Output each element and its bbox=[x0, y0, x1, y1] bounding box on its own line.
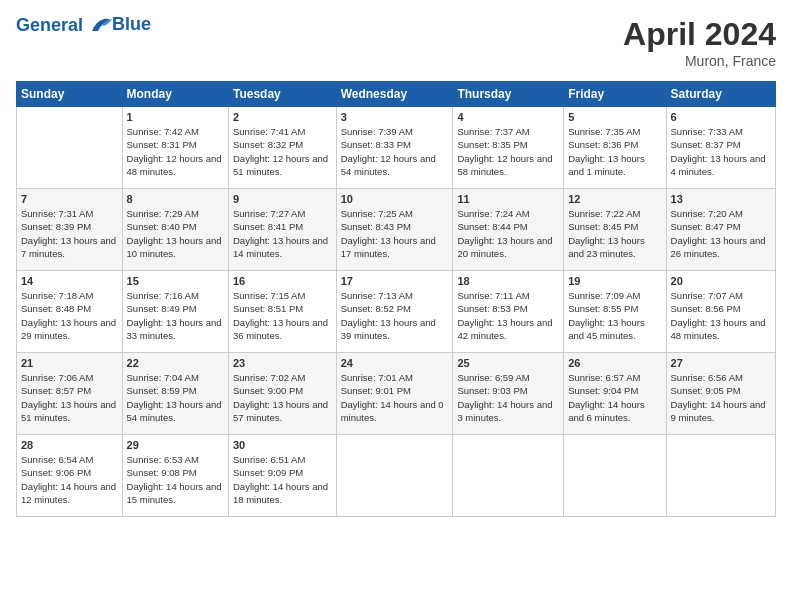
day-info-line: Sunset: 9:03 PM bbox=[457, 385, 527, 396]
day-number: 18 bbox=[457, 275, 559, 287]
day-info-line: Sunset: 8:35 PM bbox=[457, 139, 527, 150]
day-number: 2 bbox=[233, 111, 332, 123]
calendar-cell: 9Sunrise: 7:27 AMSunset: 8:41 PMDaylight… bbox=[229, 189, 337, 271]
day-info-line: Daylight: 14 hours and 0 minutes. bbox=[341, 399, 444, 423]
day-info-line: Sunset: 8:51 PM bbox=[233, 303, 303, 314]
day-info-line: Sunrise: 7:42 AM bbox=[127, 126, 199, 137]
calendar-cell: 10Sunrise: 7:25 AMSunset: 8:43 PMDayligh… bbox=[336, 189, 453, 271]
calendar-cell: 12Sunrise: 7:22 AMSunset: 8:45 PMDayligh… bbox=[564, 189, 666, 271]
header: General Blue April 2024 Muron, France bbox=[16, 16, 776, 69]
day-number: 8 bbox=[127, 193, 224, 205]
calendar-week-5: 28Sunrise: 6:54 AMSunset: 9:06 PMDayligh… bbox=[17, 435, 776, 517]
calendar-cell bbox=[666, 435, 775, 517]
day-info-line: Daylight: 14 hours and 6 minutes. bbox=[568, 399, 645, 423]
day-info-line: Daylight: 12 hours and 54 minutes. bbox=[341, 153, 436, 177]
day-info: Sunrise: 7:06 AMSunset: 8:57 PMDaylight:… bbox=[21, 371, 118, 424]
day-info-line: Sunrise: 7:41 AM bbox=[233, 126, 305, 137]
col-saturday: Saturday bbox=[666, 82, 775, 107]
page-container: General Blue April 2024 Muron, France Su… bbox=[0, 0, 792, 525]
calendar-cell: 24Sunrise: 7:01 AMSunset: 9:01 PMDayligh… bbox=[336, 353, 453, 435]
calendar-cell: 22Sunrise: 7:04 AMSunset: 8:59 PMDayligh… bbox=[122, 353, 228, 435]
day-info-line: Sunrise: 7:24 AM bbox=[457, 208, 529, 219]
day-info-line: Sunrise: 6:56 AM bbox=[671, 372, 743, 383]
day-number: 22 bbox=[127, 357, 224, 369]
day-info-line: Sunset: 8:33 PM bbox=[341, 139, 411, 150]
day-info-line: Sunset: 8:31 PM bbox=[127, 139, 197, 150]
day-info-line: Sunrise: 7:22 AM bbox=[568, 208, 640, 219]
day-info-line: Daylight: 12 hours and 48 minutes. bbox=[127, 153, 222, 177]
day-info-line: Daylight: 13 hours and 20 minutes. bbox=[457, 235, 552, 259]
day-info: Sunrise: 7:39 AMSunset: 8:33 PMDaylight:… bbox=[341, 125, 449, 178]
day-number: 4 bbox=[457, 111, 559, 123]
day-info: Sunrise: 6:59 AMSunset: 9:03 PMDaylight:… bbox=[457, 371, 559, 424]
day-info: Sunrise: 6:51 AMSunset: 9:09 PMDaylight:… bbox=[233, 453, 332, 506]
calendar-cell bbox=[453, 435, 564, 517]
day-number: 7 bbox=[21, 193, 118, 205]
day-info-line: Sunset: 8:45 PM bbox=[568, 221, 638, 232]
day-info-line: Sunset: 8:37 PM bbox=[671, 139, 741, 150]
day-number: 5 bbox=[568, 111, 661, 123]
day-info: Sunrise: 7:09 AMSunset: 8:55 PMDaylight:… bbox=[568, 289, 661, 342]
day-number: 16 bbox=[233, 275, 332, 287]
day-info: Sunrise: 7:16 AMSunset: 8:49 PMDaylight:… bbox=[127, 289, 224, 342]
day-info-line: Daylight: 13 hours and 48 minutes. bbox=[671, 317, 766, 341]
calendar-cell: 6Sunrise: 7:33 AMSunset: 8:37 PMDaylight… bbox=[666, 107, 775, 189]
calendar-week-4: 21Sunrise: 7:06 AMSunset: 8:57 PMDayligh… bbox=[17, 353, 776, 435]
day-number: 6 bbox=[671, 111, 771, 123]
day-info: Sunrise: 6:54 AMSunset: 9:06 PMDaylight:… bbox=[21, 453, 118, 506]
day-info: Sunrise: 7:15 AMSunset: 8:51 PMDaylight:… bbox=[233, 289, 332, 342]
day-info-line: Sunset: 8:39 PM bbox=[21, 221, 91, 232]
day-info: Sunrise: 7:24 AMSunset: 8:44 PMDaylight:… bbox=[457, 207, 559, 260]
calendar-cell: 13Sunrise: 7:20 AMSunset: 8:47 PMDayligh… bbox=[666, 189, 775, 271]
day-info: Sunrise: 7:22 AMSunset: 8:45 PMDaylight:… bbox=[568, 207, 661, 260]
day-info-line: Sunset: 8:43 PM bbox=[341, 221, 411, 232]
calendar-cell bbox=[336, 435, 453, 517]
day-info-line: Sunrise: 7:04 AM bbox=[127, 372, 199, 383]
day-number: 19 bbox=[568, 275, 661, 287]
title-block: April 2024 Muron, France bbox=[623, 16, 776, 69]
day-info-line: Sunrise: 7:02 AM bbox=[233, 372, 305, 383]
day-info-line: Sunset: 9:08 PM bbox=[127, 467, 197, 478]
day-number: 27 bbox=[671, 357, 771, 369]
day-info: Sunrise: 7:18 AMSunset: 8:48 PMDaylight:… bbox=[21, 289, 118, 342]
day-info: Sunrise: 6:56 AMSunset: 9:05 PMDaylight:… bbox=[671, 371, 771, 424]
day-info-line: Sunrise: 7:37 AM bbox=[457, 126, 529, 137]
day-info-line: Daylight: 14 hours and 12 minutes. bbox=[21, 481, 116, 505]
day-number: 1 bbox=[127, 111, 224, 123]
logo-general: General bbox=[16, 15, 83, 35]
day-info-line: Sunset: 8:32 PM bbox=[233, 139, 303, 150]
day-info: Sunrise: 6:57 AMSunset: 9:04 PMDaylight:… bbox=[568, 371, 661, 424]
calendar-cell: 25Sunrise: 6:59 AMSunset: 9:03 PMDayligh… bbox=[453, 353, 564, 435]
day-info-line: Sunrise: 7:01 AM bbox=[341, 372, 413, 383]
day-info-line: Daylight: 14 hours and 15 minutes. bbox=[127, 481, 222, 505]
day-info-line: Sunrise: 7:33 AM bbox=[671, 126, 743, 137]
day-info-line: Daylight: 13 hours and 17 minutes. bbox=[341, 235, 436, 259]
calendar-cell bbox=[564, 435, 666, 517]
day-number: 21 bbox=[21, 357, 118, 369]
day-info: Sunrise: 7:25 AMSunset: 8:43 PMDaylight:… bbox=[341, 207, 449, 260]
day-info: Sunrise: 7:01 AMSunset: 9:01 PMDaylight:… bbox=[341, 371, 449, 424]
calendar-cell: 27Sunrise: 6:56 AMSunset: 9:05 PMDayligh… bbox=[666, 353, 775, 435]
calendar-cell: 1Sunrise: 7:42 AMSunset: 8:31 PMDaylight… bbox=[122, 107, 228, 189]
day-info-line: Sunset: 8:57 PM bbox=[21, 385, 91, 396]
calendar-cell: 3Sunrise: 7:39 AMSunset: 8:33 PMDaylight… bbox=[336, 107, 453, 189]
day-info-line: Sunrise: 7:29 AM bbox=[127, 208, 199, 219]
day-info-line: Daylight: 13 hours and 39 minutes. bbox=[341, 317, 436, 341]
day-info-line: Daylight: 14 hours and 9 minutes. bbox=[671, 399, 766, 423]
day-info-line: Sunset: 8:55 PM bbox=[568, 303, 638, 314]
day-info-line: Sunrise: 7:07 AM bbox=[671, 290, 743, 301]
calendar-cell: 30Sunrise: 6:51 AMSunset: 9:09 PMDayligh… bbox=[229, 435, 337, 517]
calendar-cell: 8Sunrise: 7:29 AMSunset: 8:40 PMDaylight… bbox=[122, 189, 228, 271]
col-friday: Friday bbox=[564, 82, 666, 107]
day-number: 15 bbox=[127, 275, 224, 287]
calendar-cell: 16Sunrise: 7:15 AMSunset: 8:51 PMDayligh… bbox=[229, 271, 337, 353]
day-info-line: Sunset: 8:53 PM bbox=[457, 303, 527, 314]
day-info: Sunrise: 7:02 AMSunset: 9:00 PMDaylight:… bbox=[233, 371, 332, 424]
day-info-line: Sunrise: 7:11 AM bbox=[457, 290, 529, 301]
day-info-line: Daylight: 13 hours and 23 minutes. bbox=[568, 235, 645, 259]
day-info-line: Daylight: 13 hours and 33 minutes. bbox=[127, 317, 222, 341]
day-info-line: Daylight: 13 hours and 42 minutes. bbox=[457, 317, 552, 341]
calendar-week-3: 14Sunrise: 7:18 AMSunset: 8:48 PMDayligh… bbox=[17, 271, 776, 353]
day-number: 11 bbox=[457, 193, 559, 205]
day-info-line: Sunset: 8:52 PM bbox=[341, 303, 411, 314]
